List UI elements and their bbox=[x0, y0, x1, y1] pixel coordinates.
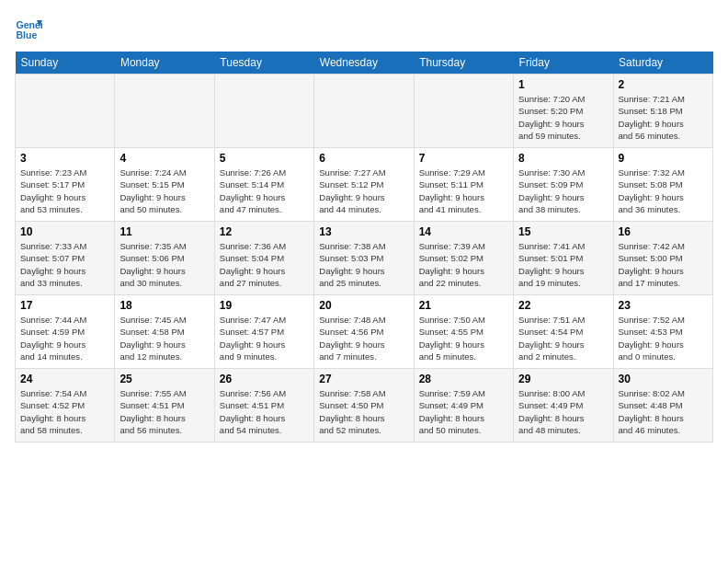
day-info: Sunrise: 7:54 AM Sunset: 4:52 PM Dayligh… bbox=[20, 387, 109, 436]
day-info: Sunrise: 7:55 AM Sunset: 4:51 PM Dayligh… bbox=[119, 387, 209, 436]
calendar-cell: 28Sunrise: 7:59 AM Sunset: 4:49 PM Dayli… bbox=[414, 369, 513, 442]
day-info: Sunrise: 7:45 AM Sunset: 4:58 PM Dayligh… bbox=[119, 314, 209, 362]
calendar-week-row: 10Sunrise: 7:33 AM Sunset: 5:07 PM Dayli… bbox=[16, 222, 713, 295]
day-number: 24 bbox=[20, 373, 109, 385]
day-info: Sunrise: 7:41 AM Sunset: 5:01 PM Dayligh… bbox=[518, 240, 608, 289]
day-number: 2 bbox=[619, 78, 708, 91]
day-number: 4 bbox=[119, 152, 209, 165]
day-number: 26 bbox=[220, 373, 309, 385]
day-info: Sunrise: 7:27 AM Sunset: 5:12 PM Dayligh… bbox=[319, 167, 408, 215]
calendar-cell: 15Sunrise: 7:41 AM Sunset: 5:01 PM Dayli… bbox=[514, 222, 613, 295]
day-number: 14 bbox=[419, 225, 508, 238]
calendar-cell: 29Sunrise: 8:00 AM Sunset: 4:49 PM Dayli… bbox=[514, 369, 613, 442]
calendar-cell: 4Sunrise: 7:24 AM Sunset: 5:15 PM Daylig… bbox=[115, 148, 214, 222]
calendar-cell: 10Sunrise: 7:33 AM Sunset: 5:07 PM Dayli… bbox=[16, 222, 115, 295]
day-number: 7 bbox=[419, 152, 508, 165]
calendar-cell bbox=[314, 75, 414, 148]
calendar-cell: 14Sunrise: 7:39 AM Sunset: 5:02 PM Dayli… bbox=[414, 222, 513, 295]
calendar-cell bbox=[115, 75, 214, 148]
day-number: 9 bbox=[619, 152, 708, 165]
weekday-header: Friday bbox=[514, 52, 613, 75]
calendar-cell: 13Sunrise: 7:38 AM Sunset: 5:03 PM Dayli… bbox=[314, 222, 414, 295]
calendar-cell: 6Sunrise: 7:27 AM Sunset: 5:12 PM Daylig… bbox=[314, 148, 414, 222]
day-info: Sunrise: 7:50 AM Sunset: 4:55 PM Dayligh… bbox=[419, 314, 508, 362]
day-number: 11 bbox=[119, 225, 209, 238]
day-number: 3 bbox=[20, 152, 109, 165]
calendar-cell: 20Sunrise: 7:48 AM Sunset: 4:56 PM Dayli… bbox=[314, 295, 414, 369]
day-info: Sunrise: 7:35 AM Sunset: 5:06 PM Dayligh… bbox=[119, 240, 209, 289]
day-number: 17 bbox=[20, 299, 109, 312]
calendar-cell: 16Sunrise: 7:42 AM Sunset: 5:00 PM Dayli… bbox=[613, 222, 712, 295]
logo: General Blue bbox=[15, 15, 46, 42]
weekday-header: Thursday bbox=[414, 52, 513, 75]
calendar-cell bbox=[414, 75, 513, 148]
calendar-cell: 30Sunrise: 8:02 AM Sunset: 4:48 PM Dayli… bbox=[613, 369, 712, 442]
day-info: Sunrise: 7:30 AM Sunset: 5:09 PM Dayligh… bbox=[518, 167, 608, 215]
calendar-cell: 24Sunrise: 7:54 AM Sunset: 4:52 PM Dayli… bbox=[16, 369, 115, 442]
day-number: 1 bbox=[518, 78, 608, 91]
calendar-cell: 7Sunrise: 7:29 AM Sunset: 5:11 PM Daylig… bbox=[414, 148, 513, 222]
day-info: Sunrise: 7:48 AM Sunset: 4:56 PM Dayligh… bbox=[319, 314, 408, 362]
calendar-cell: 12Sunrise: 7:36 AM Sunset: 5:04 PM Dayli… bbox=[214, 222, 313, 295]
day-number: 10 bbox=[20, 225, 109, 238]
day-info: Sunrise: 7:23 AM Sunset: 5:17 PM Dayligh… bbox=[20, 167, 109, 215]
day-info: Sunrise: 7:42 AM Sunset: 5:00 PM Dayligh… bbox=[619, 240, 708, 289]
calendar-cell: 27Sunrise: 7:58 AM Sunset: 4:50 PM Dayli… bbox=[314, 369, 414, 442]
page-header: General Blue bbox=[15, 15, 713, 42]
weekday-header: Wednesday bbox=[314, 52, 414, 75]
weekday-header: Saturday bbox=[613, 52, 712, 75]
day-number: 6 bbox=[319, 152, 408, 165]
svg-text:Blue: Blue bbox=[17, 29, 38, 40]
day-info: Sunrise: 7:56 AM Sunset: 4:51 PM Dayligh… bbox=[220, 387, 309, 436]
calendar-week-row: 3Sunrise: 7:23 AM Sunset: 5:17 PM Daylig… bbox=[16, 148, 713, 222]
day-info: Sunrise: 7:59 AM Sunset: 4:49 PM Dayligh… bbox=[419, 387, 508, 436]
day-info: Sunrise: 7:51 AM Sunset: 4:54 PM Dayligh… bbox=[518, 314, 608, 362]
day-info: Sunrise: 7:44 AM Sunset: 4:59 PM Dayligh… bbox=[20, 314, 109, 362]
day-number: 25 bbox=[119, 373, 209, 385]
day-info: Sunrise: 7:21 AM Sunset: 5:18 PM Dayligh… bbox=[619, 93, 708, 142]
day-number: 29 bbox=[518, 373, 608, 385]
calendar-week-row: 1Sunrise: 7:20 AM Sunset: 5:20 PM Daylig… bbox=[16, 75, 713, 148]
day-info: Sunrise: 7:32 AM Sunset: 5:08 PM Dayligh… bbox=[619, 167, 708, 215]
calendar-header: SundayMondayTuesdayWednesdayThursdayFrid… bbox=[16, 52, 713, 75]
day-info: Sunrise: 7:33 AM Sunset: 5:07 PM Dayligh… bbox=[20, 240, 109, 289]
calendar-cell: 22Sunrise: 7:51 AM Sunset: 4:54 PM Dayli… bbox=[514, 295, 613, 369]
day-number: 5 bbox=[220, 152, 309, 165]
calendar-cell: 3Sunrise: 7:23 AM Sunset: 5:17 PM Daylig… bbox=[16, 148, 115, 222]
day-number: 30 bbox=[619, 373, 708, 385]
calendar-cell: 25Sunrise: 7:55 AM Sunset: 4:51 PM Dayli… bbox=[115, 369, 214, 442]
weekday-header: Tuesday bbox=[214, 52, 313, 75]
day-info: Sunrise: 7:24 AM Sunset: 5:15 PM Dayligh… bbox=[119, 167, 209, 215]
calendar-cell: 5Sunrise: 7:26 AM Sunset: 5:14 PM Daylig… bbox=[214, 148, 313, 222]
day-number: 18 bbox=[119, 299, 209, 312]
day-number: 15 bbox=[518, 225, 608, 238]
calendar-week-row: 17Sunrise: 7:44 AM Sunset: 4:59 PM Dayli… bbox=[16, 295, 713, 369]
day-number: 22 bbox=[518, 299, 608, 312]
day-info: Sunrise: 8:00 AM Sunset: 4:49 PM Dayligh… bbox=[518, 387, 608, 436]
calendar-cell: 8Sunrise: 7:30 AM Sunset: 5:09 PM Daylig… bbox=[514, 148, 613, 222]
logo-icon: General Blue bbox=[15, 15, 42, 42]
weekday-header: Monday bbox=[115, 52, 214, 75]
day-number: 16 bbox=[619, 225, 708, 238]
calendar-week-row: 24Sunrise: 7:54 AM Sunset: 4:52 PM Dayli… bbox=[16, 369, 713, 442]
day-info: Sunrise: 7:29 AM Sunset: 5:11 PM Dayligh… bbox=[419, 167, 508, 215]
day-info: Sunrise: 7:39 AM Sunset: 5:02 PM Dayligh… bbox=[419, 240, 508, 289]
day-number: 8 bbox=[518, 152, 608, 165]
day-info: Sunrise: 8:02 AM Sunset: 4:48 PM Dayligh… bbox=[619, 387, 708, 436]
day-info: Sunrise: 7:52 AM Sunset: 4:53 PM Dayligh… bbox=[619, 314, 708, 362]
calendar-cell: 1Sunrise: 7:20 AM Sunset: 5:20 PM Daylig… bbox=[514, 75, 613, 148]
day-info: Sunrise: 7:38 AM Sunset: 5:03 PM Dayligh… bbox=[319, 240, 408, 289]
day-number: 12 bbox=[220, 225, 309, 238]
day-number: 13 bbox=[319, 225, 408, 238]
day-info: Sunrise: 7:47 AM Sunset: 4:57 PM Dayligh… bbox=[220, 314, 309, 362]
day-number: 21 bbox=[419, 299, 508, 312]
calendar-cell bbox=[214, 75, 313, 148]
weekday-header: Sunday bbox=[16, 52, 115, 75]
day-number: 23 bbox=[619, 299, 708, 312]
day-info: Sunrise: 7:26 AM Sunset: 5:14 PM Dayligh… bbox=[220, 167, 309, 215]
calendar-cell: 23Sunrise: 7:52 AM Sunset: 4:53 PM Dayli… bbox=[613, 295, 712, 369]
calendar-cell: 9Sunrise: 7:32 AM Sunset: 5:08 PM Daylig… bbox=[613, 148, 712, 222]
day-info: Sunrise: 7:20 AM Sunset: 5:20 PM Dayligh… bbox=[518, 93, 608, 142]
calendar-cell: 19Sunrise: 7:47 AM Sunset: 4:57 PM Dayli… bbox=[214, 295, 313, 369]
day-info: Sunrise: 7:58 AM Sunset: 4:50 PM Dayligh… bbox=[319, 387, 408, 436]
